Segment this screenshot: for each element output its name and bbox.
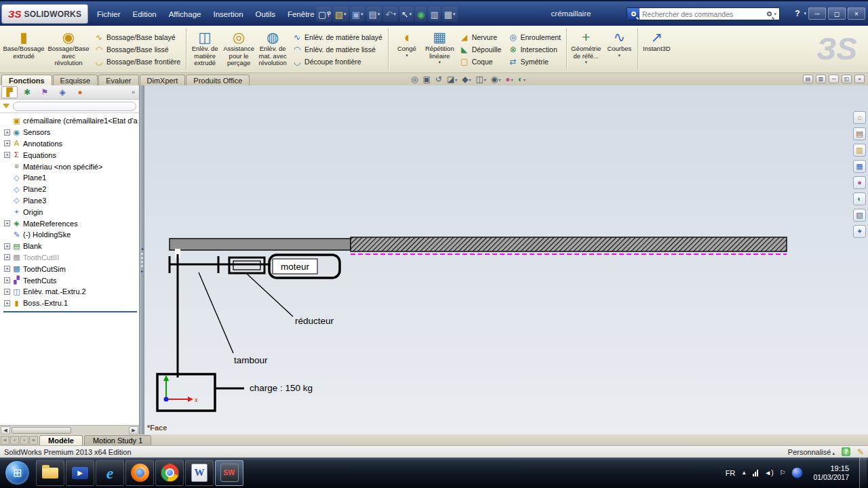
tab-nav-arrow-icon[interactable]: ‹: [10, 436, 19, 445]
new-document-icon[interactable]: ▢ ▾: [316, 7, 332, 22]
lofted-cut-button[interactable]: ◠Enlèv. de matière lissé: [292, 45, 382, 54]
command-manager-tab[interactable]: Fonctions: [1, 75, 52, 85]
minimize-button[interactable]: ─: [808, 7, 826, 20]
expand-toggle-icon[interactable]: +: [4, 220, 10, 226]
document-restore-button[interactable]: ◱: [842, 75, 852, 83]
dropdown-caret-icon[interactable]: ▾: [344, 12, 347, 17]
expand-toggle-icon[interactable]: +: [4, 277, 10, 283]
hole-wizard-button[interactable]: ◎ Assistance pour le perçage: [221, 27, 256, 71]
options-icon[interactable]: ▦ ▾: [442, 7, 458, 22]
rack-hatched-bar[interactable]: [351, 237, 787, 251]
menu-item[interactable]: Affichage: [163, 8, 208, 20]
caret-icon[interactable]: ▾: [511, 77, 513, 82]
tree-item[interactable]: ✎ (-) HoldingSke: [1, 229, 139, 241]
open-icon[interactable]: ▧ ▾: [333, 7, 349, 22]
show-desktop-button[interactable]: [859, 458, 867, 488]
previous-view-icon[interactable]: ↺: [435, 75, 442, 84]
apply-scene-icon[interactable]: ◐ ▾: [518, 75, 526, 84]
chrome-taskbar-button[interactable]: [155, 460, 184, 486]
tree-item[interactable]: ◇ Plane3: [1, 195, 139, 207]
display-style-icon[interactable]: ◫ ▾: [476, 75, 486, 84]
document-minimize-button[interactable]: ─: [829, 75, 839, 83]
appearances-icon[interactable]: ●: [853, 176, 866, 189]
curves-button[interactable]: ∿ Courbes ▾: [603, 27, 635, 71]
scrollbar-thumb[interactable]: [12, 427, 71, 434]
mirror-button[interactable]: ⇄Symétrie: [508, 57, 561, 66]
zoom-area-icon[interactable]: ▣: [422, 75, 430, 84]
print-icon[interactable]: ▤ ▾: [366, 7, 382, 22]
language-indicator[interactable]: FR: [726, 469, 736, 477]
splitter-collapse-icon[interactable]: ◂: [141, 247, 143, 251]
dropdown-caret-icon[interactable]: ▾: [361, 12, 363, 17]
featuremanager-tab-icon[interactable]: ▛: [1, 86, 18, 98]
tree-item[interactable]: + ◫ Enlèv. mat.-Extru.2: [1, 286, 139, 298]
custom-properties-icon[interactable]: ▧: [853, 209, 866, 222]
filter-input[interactable]: [13, 102, 136, 111]
expand-toggle-icon[interactable]: +: [4, 300, 10, 306]
firefox-taskbar-button[interactable]: [125, 460, 154, 486]
tree-item[interactable]: + ▩ ToothCutIII: [1, 252, 139, 264]
menu-item[interactable]: Outils: [250, 8, 281, 20]
rebuild-icon[interactable]: ◉: [415, 7, 427, 22]
revolved-cut-button[interactable]: ◍ Enlèv. de mat. avec révolution: [256, 27, 289, 71]
expand-toggle-icon[interactable]: +: [4, 266, 10, 272]
internet-explorer-taskbar-button[interactable]: e: [96, 460, 124, 486]
dropdown-caret-icon[interactable]: ▾: [453, 12, 456, 17]
search-input[interactable]: [639, 10, 767, 18]
scroll-left-arrow-icon[interactable]: ◀: [1, 426, 10, 434]
panel-splitter[interactable]: ◂ ▸: [140, 85, 144, 434]
command-search-box[interactable]: ▾: [627, 7, 780, 20]
close-button[interactable]: ×: [848, 7, 865, 20]
status-help-button[interactable]: ?: [842, 447, 850, 456]
reference-geometry-button[interactable]: + Géométrie de réfé... ▾: [569, 27, 603, 71]
command-manager-tab[interactable]: DimXpert: [140, 75, 186, 85]
boundary-boss-button[interactable]: ◡Bossage/Base frontière: [94, 57, 180, 66]
tree-item[interactable]: ◇ Plane1: [1, 172, 139, 184]
extruded-cut-button[interactable]: ◫ Enlèv. de matière extrudé: [189, 27, 221, 71]
tray-app-icon[interactable]: [791, 467, 803, 479]
swept-cut-button[interactable]: ∿Enlèv. de matière balayé: [292, 33, 382, 42]
panel-horizontal-scrollbar[interactable]: ◀ ▶: [0, 425, 139, 434]
help-button[interactable]: ?: [793, 9, 802, 18]
menu-item[interactable]: Insertion: [207, 8, 249, 20]
file-properties-icon[interactable]: ▥: [428, 7, 440, 22]
shell-button[interactable]: ▢Coque: [460, 57, 502, 66]
tab-nav-arrow-icon[interactable]: ›: [20, 436, 28, 445]
view-palette-icon[interactable]: ▦: [853, 160, 866, 173]
help-caret-icon[interactable]: ▾: [804, 11, 806, 16]
action-center-flag-icon[interactable]: ⚐: [779, 469, 785, 476]
view-orientation-icon[interactable]: ◆ ▾: [462, 75, 471, 84]
rail-bar[interactable]: [170, 239, 351, 250]
units-selector[interactable]: Personnalisé▴: [788, 448, 835, 456]
dropdown-caret-icon[interactable]: ▾: [393, 12, 396, 17]
menu-item[interactable]: Edition: [127, 8, 163, 20]
dropdown-caret-icon[interactable]: ▾: [378, 12, 380, 17]
document-tab[interactable]: Modèle: [39, 435, 83, 445]
scenes-icon[interactable]: ◐: [853, 192, 866, 205]
instant3d-button[interactable]: ↗ Instant3D: [640, 27, 673, 71]
dropdown-caret-icon[interactable]: ▾: [410, 12, 412, 17]
command-manager-tab[interactable]: Produits Office: [186, 75, 250, 85]
tree-item[interactable]: + A Annotations: [1, 138, 139, 150]
network-icon[interactable]: [753, 469, 758, 476]
document-pane-split-icon[interactable]: ▥: [816, 75, 826, 83]
tree-item[interactable]: + ▮ Boss.-Extru.1: [1, 298, 139, 309]
search-scope-caret-icon[interactable]: ▾: [774, 12, 776, 17]
wrap-button[interactable]: ◎Enroulement: [508, 33, 561, 42]
propertymanager-tab-icon[interactable]: ✱: [19, 86, 35, 98]
tree-item[interactable]: + ◉ Sensors: [1, 127, 139, 138]
section-view-icon[interactable]: ◪ ▾: [447, 75, 457, 84]
solidworks-resources-icon[interactable]: ⌂: [853, 111, 866, 124]
command-manager-tab[interactable]: Evaluer: [98, 75, 138, 85]
forum-icon[interactable]: ✦: [853, 225, 866, 238]
boundary-cut-button[interactable]: ◡Découpe frontière: [292, 57, 382, 66]
command-manager-tab[interactable]: Esquisse: [53, 75, 98, 85]
tree-item[interactable]: + ◈ MateReferences: [1, 218, 139, 229]
word-taskbar-button[interactable]: W: [185, 460, 214, 486]
configurationmanager-tab-icon[interactable]: ⚑: [37, 86, 53, 98]
explorer-taskbar-button[interactable]: [36, 460, 64, 486]
zoom-fit-icon[interactable]: ◎: [411, 75, 418, 84]
taskbar-clock[interactable]: 19:15 01/03/2017: [809, 464, 853, 483]
start-button[interactable]: ⊞: [5, 460, 30, 485]
media-player-taskbar-button[interactable]: ▶: [66, 460, 94, 486]
